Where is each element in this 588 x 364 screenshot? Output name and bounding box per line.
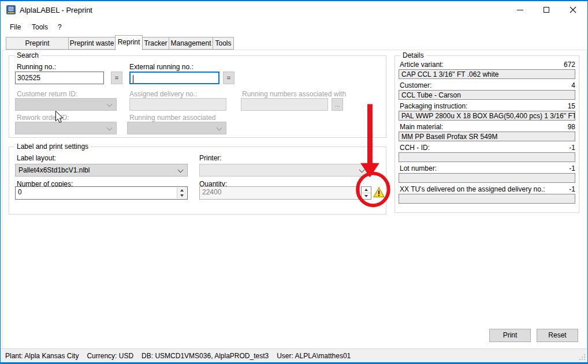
spinner-down-icon bbox=[180, 194, 184, 197]
cch-id-label: CCH - ID: bbox=[400, 144, 430, 152]
customer-label: Customer: bbox=[400, 82, 431, 89]
lot-number-label: Lot number: bbox=[400, 165, 437, 172]
label-layout-label: Label layout: bbox=[17, 154, 56, 162]
rework-order-id-label: Rework order ID: bbox=[17, 114, 69, 122]
app-icon bbox=[6, 5, 16, 15]
label-print-settings-group: Label and print settings Label layout: P… bbox=[9, 147, 386, 215]
customer-value: CCL Tube - Carson bbox=[399, 90, 575, 100]
status-bar: Plant: Alpla Kansas City Currency: USD D… bbox=[1, 348, 587, 362]
print-button[interactable]: Print bbox=[489, 329, 531, 342]
number-of-copies-input[interactable]: 0 bbox=[15, 186, 188, 200]
lot-number-id: -1 bbox=[569, 165, 575, 172]
app-window: AlplaLABEL - Preprint File Tools ? Prepr… bbox=[0, 0, 588, 364]
menu-bar: File Tools ? bbox=[1, 19, 587, 34]
customer-return-id-label: Customer return ID: bbox=[17, 90, 77, 98]
spinner-up-icon bbox=[180, 189, 184, 192]
tab-management[interactable]: Management bbox=[169, 37, 213, 50]
customer-return-id-combobox bbox=[15, 98, 117, 111]
chevron-down-icon bbox=[359, 167, 365, 173]
assigned-delivery-no-label: Assigned delivery no.: bbox=[129, 90, 197, 98]
chevron-down-icon bbox=[107, 102, 113, 107]
running-number-associated-label: Running number associated bbox=[129, 114, 215, 122]
detail-label-row: Packaging instruction: 15 bbox=[400, 103, 575, 110]
menu-help[interactable]: ? bbox=[57, 22, 63, 32]
menu-tools[interactable]: Tools bbox=[31, 22, 49, 32]
minimize-icon bbox=[517, 10, 523, 10]
title-bar[interactable]: AlplaLABEL - Preprint bbox=[1, 1, 587, 18]
search-group: Search Running no.: = External running n… bbox=[9, 55, 386, 138]
search-group-label: Search bbox=[14, 51, 41, 59]
maximize-icon bbox=[544, 7, 549, 13]
close-icon bbox=[570, 6, 576, 13]
running-numbers-associated-with-input bbox=[241, 98, 328, 111]
status-plant: Plant: Alpla Kansas City bbox=[5, 352, 79, 360]
quantity-spinner[interactable] bbox=[361, 186, 371, 200]
tab-reprint[interactable]: Reprint bbox=[115, 35, 143, 50]
article-variant-id: 672 bbox=[564, 61, 575, 69]
running-numbers-browse-button[interactable]: ... bbox=[332, 98, 343, 111]
label-layout-combobox[interactable]: Pallet4x6Std1bcV1.nlbl bbox=[15, 164, 188, 177]
spinner-up-icon bbox=[364, 189, 368, 191]
chevron-down-icon bbox=[178, 167, 184, 173]
main-material-value: MM PP Basell Profax SR 549M bbox=[399, 132, 575, 141]
printer-combobox[interactable] bbox=[199, 164, 369, 177]
chevron-down-icon bbox=[217, 125, 222, 131]
text-caret bbox=[133, 75, 133, 83]
chevron-down-icon bbox=[107, 125, 113, 131]
detail-label-row: CCH - ID: -1 bbox=[400, 144, 575, 152]
number-of-copies-value: 0 bbox=[18, 188, 22, 196]
status-db: DB: USMCD1VMS036, AlplaPROD_test3 bbox=[142, 352, 269, 360]
tab-preprint-components[interactable]: Preprint components bbox=[6, 37, 69, 50]
main-material-id: 98 bbox=[568, 123, 575, 131]
article-variant-value: CAP CCL 1 3/16'' FT .062 white bbox=[399, 69, 575, 79]
external-running-no-input[interactable] bbox=[129, 72, 219, 84]
quantity-value: 22400 bbox=[202, 188, 221, 196]
resize-grip[interactable] bbox=[579, 354, 586, 361]
tus-delivered-label: XX TU's delivered on the assigned delive… bbox=[400, 186, 545, 193]
maximize-button[interactable] bbox=[533, 1, 560, 18]
details-group: Details Article variant: 672 CAP CCL 1 3… bbox=[395, 55, 579, 213]
running-no-equals-button[interactable]: = bbox=[111, 72, 122, 84]
rework-order-id-combobox bbox=[15, 122, 117, 134]
tus-delivered-value bbox=[399, 194, 575, 204]
number-of-copies-spinner[interactable] bbox=[177, 187, 187, 198]
packaging-instruction-id: 15 bbox=[568, 103, 575, 110]
packaging-instruction-value: PAL WWP 2800u X 18 BOX BAG(50,400 pcs) 1… bbox=[399, 111, 575, 121]
detail-label-row: Customer: 4 bbox=[400, 82, 575, 89]
tus-delivered-id: -1 bbox=[569, 186, 575, 193]
detail-label-row: Main material: 98 bbox=[400, 123, 575, 131]
menu-file[interactable]: File bbox=[9, 22, 22, 32]
assigned-delivery-no-input bbox=[129, 98, 226, 111]
tab-tools[interactable]: Tools bbox=[213, 37, 234, 50]
label-print-settings-group-label: Label and print settings bbox=[14, 142, 91, 151]
cch-id-id: -1 bbox=[569, 144, 575, 152]
label-layout-value: Pallet4x6Std1bcV1.nlbl bbox=[18, 166, 90, 174]
minimize-button[interactable] bbox=[507, 1, 533, 18]
window-title: AlplaLABEL - Preprint bbox=[20, 6, 92, 14]
tab-tracker[interactable]: Tracker bbox=[142, 37, 169, 50]
printer-label: Printer: bbox=[199, 154, 222, 162]
status-currency: Currency: USD bbox=[87, 352, 133, 360]
spinner-down-icon bbox=[364, 195, 368, 197]
external-running-no-label: External running no.: bbox=[129, 63, 193, 71]
detail-label-row: Article variant: 672 bbox=[400, 61, 575, 69]
status-user: User: ALPLA\matthes01 bbox=[277, 352, 351, 360]
warning-icon bbox=[373, 187, 385, 198]
detail-label-row: Lot number: -1 bbox=[400, 165, 575, 172]
close-button[interactable] bbox=[560, 1, 586, 18]
quantity-input: 22400 bbox=[199, 186, 360, 200]
detail-label-row: XX TU's delivered on the assigned delive… bbox=[400, 186, 575, 193]
article-variant-label: Article variant: bbox=[400, 61, 444, 69]
lot-number-value bbox=[399, 173, 575, 183]
running-no-label: Running no.: bbox=[17, 63, 56, 71]
customer-id: 4 bbox=[571, 82, 575, 89]
running-number-associated-combobox bbox=[127, 122, 226, 134]
main-material-label: Main material: bbox=[400, 123, 443, 131]
external-running-no-equals-button[interactable]: = bbox=[223, 72, 235, 84]
reset-button[interactable]: Reset bbox=[537, 329, 578, 342]
running-no-input[interactable] bbox=[15, 72, 104, 84]
packaging-instruction-label: Packaging instruction: bbox=[400, 103, 467, 110]
tab-preprint-waste[interactable]: Preprint waste bbox=[68, 37, 116, 50]
cch-id-value bbox=[399, 152, 575, 162]
running-numbers-associated-with-label: Running numbers associated with bbox=[242, 90, 346, 98]
